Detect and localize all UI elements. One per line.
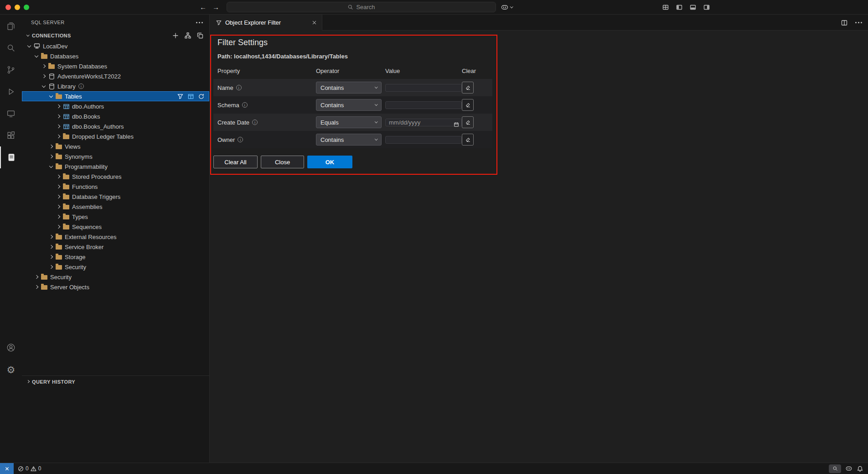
tree-item-views[interactable]: Views [22, 141, 209, 151]
split-editor-icon[interactable] [841, 19, 848, 26]
chevron-right-icon[interactable] [55, 215, 62, 218]
search-sidebar-icon[interactable] [0, 37, 22, 59]
sql-server-extension-icon[interactable] [0, 146, 22, 168]
table-grid-icon[interactable] [187, 93, 194, 100]
bell-icon[interactable] [857, 465, 863, 472]
copilot-icon[interactable] [845, 465, 852, 472]
ok-button[interactable]: OK [307, 156, 352, 168]
copilot-menu-button[interactable] [501, 0, 513, 14]
zoom-window-button[interactable] [24, 5, 29, 10]
chevron-right-icon[interactable] [55, 225, 62, 228]
tree-item-tables[interactable]: Tables [22, 91, 209, 101]
value-input-schema[interactable] [385, 101, 462, 109]
query-history-section-header[interactable]: QUERY HISTORY [22, 375, 209, 387]
tree-item-adventureworkslt2022[interactable]: AdventureWorksLT2022 [22, 71, 209, 81]
tree-item-security-server[interactable]: Security [22, 272, 209, 282]
chevron-right-icon[interactable] [55, 135, 62, 138]
gear-icon[interactable]: ⚙ [0, 359, 22, 380]
chevron-right-icon[interactable] [55, 175, 62, 178]
customize-layout-icon[interactable] [662, 4, 669, 11]
zoom-indicator[interactable] [829, 464, 841, 473]
tree-item-system-databases[interactable]: System Databases [22, 61, 209, 71]
calendar-icon[interactable] [454, 122, 459, 129]
close-window-button[interactable] [5, 5, 11, 10]
chevron-right-icon[interactable] [55, 185, 62, 188]
chevron-right-icon[interactable] [47, 245, 55, 248]
tree-item-server-objects[interactable]: Server Objects [22, 282, 209, 292]
chevron-down-icon[interactable] [26, 46, 33, 47]
refresh-icon[interactable] [198, 93, 205, 100]
new-group-icon[interactable] [196, 32, 204, 39]
chevron-right-icon[interactable] [47, 266, 55, 268]
chevron-right-icon[interactable] [55, 205, 62, 208]
connections-section-header[interactable]: CONNECTIONS [22, 30, 209, 41]
tree-item-dbo-books[interactable]: dbo.Books [22, 111, 209, 121]
chevron-right-icon[interactable] [55, 195, 62, 198]
chevron-right-icon[interactable] [40, 75, 47, 78]
operator-select-create-date[interactable]: Equals [316, 116, 382, 128]
close-button[interactable]: Close [261, 156, 304, 168]
forward-button[interactable]: → [212, 3, 219, 11]
tree-item-dbo-authors[interactable]: dbo.Authors [22, 101, 209, 111]
back-button[interactable]: ← [200, 3, 207, 11]
tree-item-assemblies[interactable]: Assemblies [22, 202, 209, 212]
tree-item-databases[interactable]: Databases [22, 51, 209, 61]
toggle-secondary-sidebar-icon[interactable] [703, 4, 710, 11]
tree-item-stored-procedures[interactable]: Stored Procedures [22, 172, 209, 182]
account-icon[interactable] [0, 337, 22, 359]
chevron-right-icon[interactable] [47, 155, 55, 158]
chevron-right-icon[interactable] [33, 276, 40, 278]
toggle-sidebar-icon[interactable] [676, 4, 683, 11]
remote-indicator[interactable] [0, 463, 14, 474]
chevron-right-icon[interactable] [55, 105, 62, 108]
chevron-down-icon[interactable] [33, 56, 40, 57]
chevron-down-icon[interactable] [47, 96, 55, 97]
tree-item-synonyms[interactable]: Synonyms [22, 151, 209, 161]
source-control-icon[interactable] [0, 59, 22, 81]
chevron-right-icon[interactable] [40, 65, 47, 68]
tree-item-types[interactable]: Types [22, 212, 209, 222]
tree-item-functions[interactable]: Functions [22, 182, 209, 192]
operator-select-schema[interactable]: Contains [316, 99, 382, 111]
extensions-icon[interactable] [0, 125, 22, 146]
tree-item-dbo-books-authors[interactable]: dbo.Books_Authors [22, 121, 209, 131]
problems-indicator[interactable]: 0 0 [18, 465, 41, 472]
more-actions-icon[interactable] [196, 22, 203, 23]
tree-item-security-library[interactable]: Security [22, 262, 209, 272]
add-connection-icon[interactable] [172, 32, 179, 39]
chevron-right-icon[interactable] [55, 115, 62, 118]
tab-object-explorer-filter[interactable]: Object Explorer Filter [210, 15, 322, 31]
chevron-right-icon[interactable] [55, 125, 62, 128]
server-group-icon[interactable] [184, 32, 191, 39]
tree-item-sequences[interactable]: Sequences [22, 222, 209, 232]
clear-all-button[interactable]: Clear All [213, 156, 258, 168]
operator-select-owner[interactable]: Contains [316, 134, 382, 146]
chevron-right-icon[interactable] [47, 255, 55, 258]
tree-item-dropped-ledger-tables[interactable]: Dropped Ledger Tables [22, 131, 209, 141]
value-input-create-date[interactable] [385, 119, 462, 126]
remote-explorer-icon[interactable] [0, 103, 22, 125]
clear-create-date-filter-button[interactable] [462, 116, 474, 128]
tree-item-localdev[interactable]: LocalDev [22, 41, 209, 51]
operator-select-name[interactable]: Contains [316, 82, 382, 94]
value-input-owner[interactable] [385, 136, 462, 144]
search-input[interactable]: Search [227, 2, 496, 12]
chevron-down-icon[interactable] [40, 86, 47, 87]
clear-schema-filter-button[interactable] [462, 99, 474, 111]
filter-icon[interactable] [177, 93, 184, 100]
tree-item-external-resources[interactable]: External Resources [22, 232, 209, 242]
chevron-right-icon[interactable] [33, 286, 40, 288]
tree-item-storage[interactable]: Storage [22, 252, 209, 262]
close-icon[interactable] [311, 20, 317, 26]
explorer-icon[interactable] [0, 15, 22, 37]
chevron-right-icon[interactable] [47, 235, 55, 238]
tree-item-library[interactable]: Library [22, 81, 209, 91]
tree-item-service-broker[interactable]: Service Broker [22, 242, 209, 252]
tree-item-programmability[interactable]: Programmability [22, 161, 209, 172]
run-and-debug-icon[interactable] [0, 81, 22, 103]
clear-name-filter-button[interactable] [462, 82, 474, 94]
chevron-down-icon[interactable] [47, 166, 55, 167]
more-actions-icon[interactable] [855, 22, 862, 23]
value-input-name[interactable] [385, 84, 462, 92]
toggle-panel-icon[interactable] [689, 4, 697, 11]
